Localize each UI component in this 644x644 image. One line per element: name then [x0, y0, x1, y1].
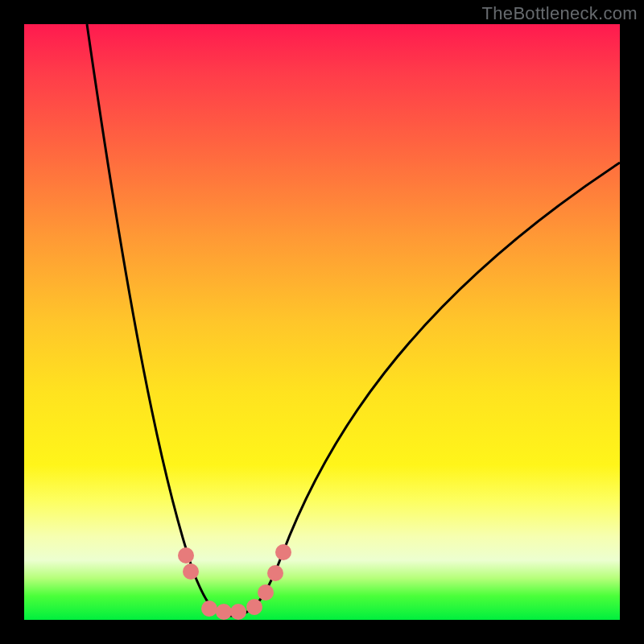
- main-curve: [87, 24, 620, 616]
- curve-svg: [24, 24, 620, 620]
- curve-marker: [216, 604, 232, 620]
- watermark-text: TheBottleneck.com: [482, 3, 638, 24]
- chart-frame: TheBottleneck.com: [0, 0, 644, 644]
- curve-marker: [230, 604, 246, 620]
- curve-marker: [183, 564, 199, 580]
- curve-marker: [267, 565, 283, 581]
- curve-marker: [246, 599, 262, 615]
- plot-area: [24, 24, 620, 620]
- curve-marker: [275, 544, 291, 560]
- curve-marker: [201, 601, 217, 617]
- curve-marker: [178, 547, 194, 564]
- curve-marker: [258, 584, 274, 601]
- marker-group: [178, 544, 291, 620]
